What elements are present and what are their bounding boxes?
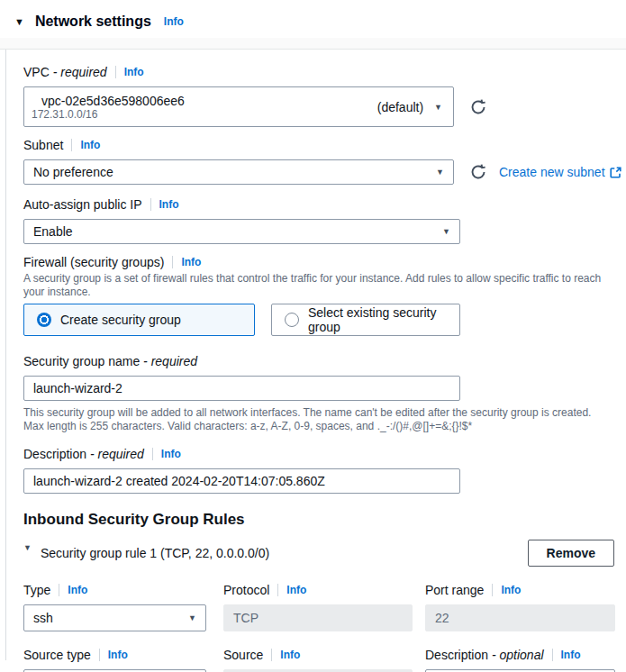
type-label: Type	[23, 583, 50, 597]
rule-description-label: Description	[425, 648, 488, 662]
section-header: ▼ Network settings Info	[0, 0, 626, 38]
auto-assign-ip-info-link[interactable]: Info	[159, 198, 179, 211]
vpc-cidr: 172.31.0.0/16	[32, 108, 185, 121]
type-select[interactable]: ssh ▼	[23, 604, 206, 631]
subnet-value: No preference	[33, 165, 113, 179]
chevron-down-icon: ▼	[434, 103, 442, 112]
protocol-label: Protocol	[223, 583, 269, 597]
section-title: Network settings	[35, 14, 151, 30]
collapse-section-icon[interactable]: ▼	[14, 16, 24, 27]
vpc-default-tag: (default)	[377, 100, 423, 114]
label-divider	[172, 256, 173, 268]
create-new-subnet-link[interactable]: Create new subnet	[499, 165, 621, 179]
subnet-info-link[interactable]: Info	[80, 139, 100, 151]
source-type-label: Source type	[23, 648, 91, 662]
source-label: Source	[223, 648, 263, 662]
vpc-required-flag: required	[50, 65, 107, 79]
vpc-refresh-button[interactable]	[470, 99, 486, 115]
security-group-choice: Create security group Select existing se…	[23, 304, 626, 336]
vpc-value: vpc-02e5d36e598006ee6	[32, 94, 185, 108]
type-info-link[interactable]: Info	[68, 584, 87, 596]
collapse-rule-icon[interactable]: ▼	[23, 543, 32, 552]
protocol-value: TCP	[233, 611, 259, 625]
sg-name-required-flag: required	[140, 354, 197, 368]
sg-description-info-link[interactable]: Info	[161, 448, 181, 460]
firewall-label: Firewall (security groups)	[23, 255, 164, 269]
section-divider	[0, 38, 626, 50]
sg-description-label: Description	[23, 447, 86, 461]
sg-name-help-text: This security group will be added to all…	[23, 406, 611, 433]
vpc-info-link[interactable]: Info	[124, 66, 144, 78]
auto-assign-ip-select[interactable]: Enable ▼	[23, 219, 460, 244]
source-info-link[interactable]: Info	[280, 649, 300, 661]
chevron-down-icon: ▼	[188, 613, 196, 622]
label-divider	[492, 584, 493, 596]
create-security-group-label: Create security group	[60, 313, 181, 327]
subnet-refresh-button[interactable]	[470, 164, 486, 180]
label-divider	[277, 584, 278, 596]
label-divider	[552, 649, 553, 661]
select-existing-security-group-label: Select existing security group	[308, 305, 447, 334]
auto-assign-ip-label: Auto-assign public IP	[23, 197, 142, 212]
auto-assign-ip-value: Enable	[33, 224, 73, 239]
subnet-select[interactable]: No preference ▼	[23, 159, 454, 185]
network-settings-panel: ▼ Network settings Info VPC required Inf…	[0, 0, 626, 660]
section-info-link[interactable]: Info	[164, 15, 184, 28]
refresh-icon	[470, 164, 486, 180]
rule-description-optional-flag: optional	[488, 648, 544, 662]
chevron-down-icon: ▼	[436, 168, 444, 177]
rule-title: Security group rule 1 (TCP, 22, 0.0.0.0/…	[41, 546, 269, 560]
firewall-info-link[interactable]: Info	[181, 256, 201, 268]
create-security-group-option[interactable]: Create security group	[23, 304, 255, 336]
remove-rule-button[interactable]: Remove	[528, 540, 614, 567]
label-divider	[150, 198, 151, 211]
type-value: ssh	[33, 611, 53, 625]
label-divider	[99, 649, 100, 661]
label-divider	[59, 584, 59, 596]
port-range-info-link[interactable]: Info	[501, 584, 521, 596]
protocol-info-link[interactable]: Info	[286, 584, 306, 596]
firewall-description: A security group is a set of firewall ru…	[23, 272, 611, 299]
source-type-info-link[interactable]: Info	[108, 649, 128, 661]
radio-unselected-icon	[285, 313, 299, 327]
label-divider	[152, 448, 153, 460]
chevron-down-icon: ▼	[442, 227, 450, 236]
inbound-rules-heading: Inbound Security Group Rules	[23, 511, 626, 529]
label-divider	[71, 139, 72, 151]
label-divider	[271, 649, 272, 661]
vpc-select[interactable]: vpc-02e5d36e598006ee6 172.31.0.0/16 (def…	[23, 86, 454, 127]
port-range-value: 22	[435, 611, 449, 625]
sg-description-required-flag: required	[86, 447, 144, 461]
sg-description-input[interactable]	[23, 468, 460, 494]
subnet-label: Subnet	[23, 138, 63, 152]
create-new-subnet-label: Create new subnet	[499, 165, 605, 179]
rule-description-info-link[interactable]: Info	[561, 649, 581, 661]
protocol-field-disabled: TCP	[223, 604, 413, 631]
external-link-icon	[610, 167, 621, 178]
vpc-selected-option: vpc-02e5d36e598006ee6 172.31.0.0/16	[32, 94, 185, 121]
vpc-label: VPC	[23, 65, 50, 79]
refresh-icon	[470, 99, 486, 115]
network-settings-content: VPC required Info vpc-02e5d36e598006ee6 …	[5, 50, 626, 660]
sg-name-label: Security group name	[23, 354, 140, 368]
sg-name-input[interactable]	[23, 376, 460, 401]
select-existing-security-group-option[interactable]: Select existing security group	[271, 304, 460, 336]
label-divider	[115, 66, 116, 78]
port-range-field-disabled: 22	[425, 604, 615, 631]
port-range-label: Port range	[425, 583, 484, 597]
radio-selected-icon	[37, 313, 51, 327]
